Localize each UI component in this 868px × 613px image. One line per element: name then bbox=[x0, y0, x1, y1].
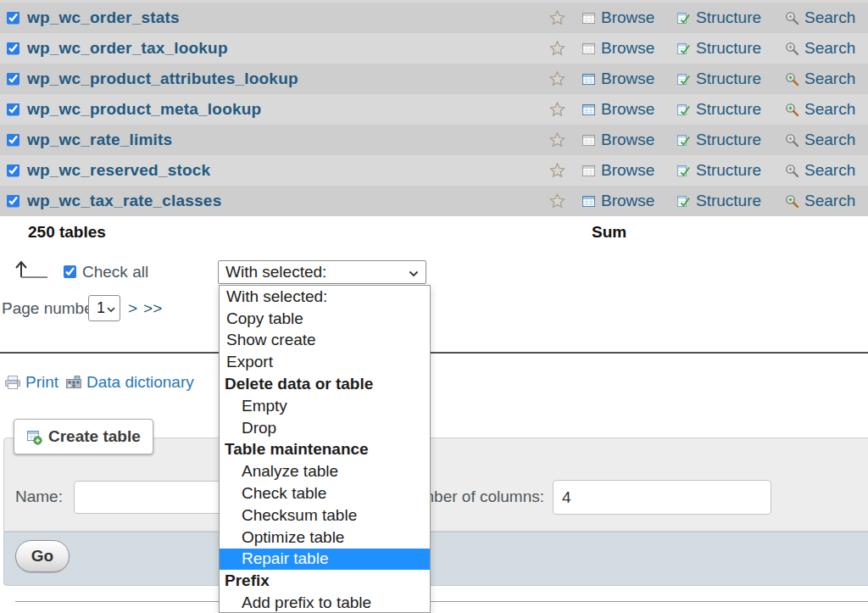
dropdown-option[interactable]: Show create bbox=[220, 330, 430, 352]
structure-link[interactable]: Structure bbox=[676, 100, 761, 119]
print-label: Print bbox=[25, 373, 58, 392]
dropdown-option[interactable]: Export bbox=[220, 351, 430, 373]
search-link[interactable]: Search bbox=[785, 192, 855, 210]
dropdown-option[interactable]: With selected: bbox=[220, 286, 430, 308]
favorite-star-icon[interactable] bbox=[549, 41, 565, 57]
favorite-star-icon[interactable] bbox=[549, 102, 565, 118]
with-selected-select[interactable]: With selected: bbox=[218, 260, 426, 284]
create-table-icon bbox=[26, 429, 42, 445]
sum-header: Sum bbox=[592, 223, 626, 242]
search-icon bbox=[785, 194, 799, 209]
search-icon bbox=[785, 103, 799, 117]
create-table-title: Create table bbox=[48, 427, 141, 446]
table-name-link[interactable]: wp_wc_reserved_stock bbox=[27, 161, 210, 180]
dropdown-option[interactable]: Check table bbox=[220, 482, 430, 504]
search-link[interactable]: Search bbox=[785, 131, 855, 149]
dropdown-option[interactable]: Drop bbox=[220, 417, 430, 439]
browse-icon bbox=[581, 11, 596, 25]
structure-icon bbox=[676, 72, 691, 86]
check-all-label[interactable]: Check all bbox=[82, 263, 148, 281]
browse-link[interactable]: Browse bbox=[581, 70, 654, 88]
browse-icon bbox=[581, 164, 596, 178]
favorite-star-icon[interactable] bbox=[549, 132, 565, 148]
row-checkbox[interactable] bbox=[7, 195, 19, 208]
search-link[interactable]: Search bbox=[785, 8, 855, 27]
search-link[interactable]: Search bbox=[785, 70, 855, 88]
dropdown-option-selected[interactable]: Repair table bbox=[220, 549, 430, 571]
data-dictionary-link[interactable]: Data dictionary bbox=[65, 373, 194, 392]
dropdown-option[interactable]: Analyze table bbox=[220, 460, 430, 482]
row-checkbox[interactable] bbox=[7, 12, 19, 25]
browse-link[interactable]: Browse bbox=[581, 39, 654, 58]
table-name-link[interactable]: wp_wc_product_meta_lookup bbox=[27, 100, 261, 119]
fieldset-footer bbox=[3, 532, 868, 586]
search-link[interactable]: Search bbox=[785, 161, 855, 180]
table-row: wp_wc_rate_limits Browse bbox=[0, 125, 868, 155]
browse-link[interactable]: Browse bbox=[581, 131, 654, 149]
create-table-header[interactable]: Create table bbox=[14, 419, 153, 454]
structure-icon bbox=[676, 164, 691, 178]
row-checkbox[interactable] bbox=[7, 103, 19, 116]
table-name-link[interactable]: wp_wc_product_attributes_lookup bbox=[27, 70, 298, 88]
with-selected-arrow-icon bbox=[12, 259, 51, 286]
last-page-link[interactable]: >> bbox=[143, 299, 162, 318]
check-all-checkbox[interactable] bbox=[64, 265, 76, 278]
browse-label: Browse bbox=[601, 39, 654, 58]
print-link[interactable]: Print bbox=[4, 373, 58, 392]
browse-link[interactable]: Browse bbox=[581, 100, 654, 119]
browse-label: Browse bbox=[601, 8, 654, 27]
browse-link[interactable]: Browse bbox=[581, 161, 654, 180]
dropdown-option[interactable]: Copy table bbox=[220, 308, 430, 330]
favorite-star-icon[interactable] bbox=[549, 163, 565, 179]
structure-link[interactable]: Structure bbox=[676, 8, 761, 27]
structure-link[interactable]: Structure bbox=[676, 192, 761, 210]
dropdown-option[interactable]: Table maintenance bbox=[220, 439, 430, 461]
browse-icon bbox=[581, 42, 596, 56]
table-name-link[interactable]: wp_wc_rate_limits bbox=[27, 131, 172, 149]
row-checkbox[interactable] bbox=[7, 164, 19, 177]
next-page-link[interactable]: > bbox=[128, 299, 137, 318]
data-dictionary-label: Data dictionary bbox=[86, 373, 194, 392]
favorite-star-icon[interactable] bbox=[549, 193, 565, 209]
table-name-link[interactable]: wp_wc_order_tax_lookup bbox=[27, 39, 228, 58]
data-dictionary-icon bbox=[65, 374, 82, 391]
search-link[interactable]: Search bbox=[785, 39, 855, 58]
table-name-link[interactable]: wp_wc_tax_rate_classes bbox=[27, 192, 221, 210]
phpmyadmin-tables-page: wp_wc_order_stats Browse bbox=[0, 0, 868, 613]
structure-link[interactable]: Structure bbox=[676, 131, 761, 149]
search-label: Search bbox=[804, 8, 855, 27]
table-row: wp_wc_order_tax_lookup Browse bbox=[0, 33, 868, 64]
row-checkbox[interactable] bbox=[7, 73, 19, 86]
dropdown-option[interactable]: Add prefix to table bbox=[220, 592, 430, 613]
structure-icon bbox=[676, 11, 691, 25]
divider bbox=[0, 352, 868, 354]
columns-count-input[interactable] bbox=[553, 480, 771, 515]
structure-link[interactable]: Structure bbox=[676, 161, 761, 180]
structure-link[interactable]: Structure bbox=[676, 39, 761, 58]
row-checkbox[interactable] bbox=[7, 42, 19, 55]
with-selected-open-menu: With selected:Copy tableShow createExpor… bbox=[219, 285, 431, 613]
page-number-select[interactable]: 1 bbox=[88, 295, 120, 321]
structure-icon bbox=[676, 42, 691, 56]
favorite-star-icon[interactable] bbox=[549, 71, 565, 87]
browse-link[interactable]: Browse bbox=[581, 8, 654, 27]
row-checkbox[interactable] bbox=[7, 134, 19, 147]
search-link[interactable]: Search bbox=[785, 100, 855, 119]
structure-label: Structure bbox=[696, 131, 761, 149]
go-button[interactable]: Go bbox=[15, 540, 70, 572]
search-label: Search bbox=[804, 192, 855, 210]
favorite-star-icon[interactable] bbox=[549, 10, 565, 26]
with-selected-value: With selected: bbox=[225, 263, 326, 281]
structure-link[interactable]: Structure bbox=[676, 70, 761, 88]
structure-label: Structure bbox=[696, 70, 761, 88]
dropdown-option[interactable]: Optimize table bbox=[220, 527, 430, 549]
table-name-link[interactable]: wp_wc_order_stats bbox=[27, 8, 180, 27]
dropdown-option[interactable]: Prefix bbox=[220, 570, 430, 592]
dropdown-option[interactable]: Checksum table bbox=[220, 504, 430, 527]
dropdown-option[interactable]: Empty bbox=[220, 395, 430, 417]
dropdown-option[interactable]: Delete data or table bbox=[220, 373, 430, 395]
printer-icon bbox=[4, 374, 21, 391]
chevron-down-icon bbox=[409, 263, 419, 281]
structure-label: Structure bbox=[696, 192, 761, 210]
browse-link[interactable]: Browse bbox=[581, 192, 654, 210]
